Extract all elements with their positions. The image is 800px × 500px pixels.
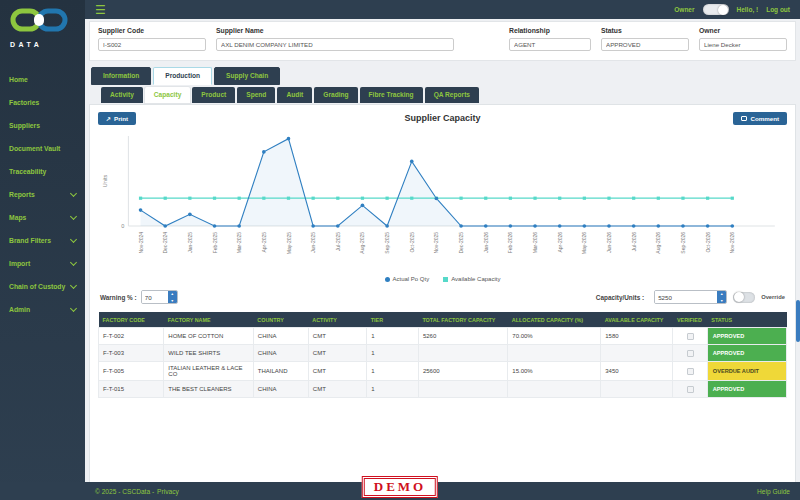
sidebar-item-label: Admin (9, 306, 30, 313)
relationship-label: Relationship (509, 27, 591, 34)
legend-actual-po-qty[interactable]: Actual Po Qty (385, 276, 430, 282)
verified-checkbox[interactable] (687, 350, 694, 357)
capacity-input[interactable] (655, 291, 717, 303)
scrollbar[interactable] (796, 300, 800, 342)
cell-name: HOME OF COTTON (164, 328, 253, 345)
relationship-field[interactable] (509, 38, 591, 51)
capacity-down-icon[interactable]: ▼ (717, 298, 726, 305)
svg-text:Jan-2026: Jan-2026 (483, 232, 489, 253)
subtab-spend[interactable]: Spend (237, 87, 275, 103)
col-header-available-capacity[interactable]: AVAILABLE CAPACITY (601, 312, 673, 328)
subtab-audit[interactable]: Audit (277, 87, 312, 103)
supplier-capacity-chart[interactable]: 0UnitsNov-2024Dec-2024Jan-2025Feb-2025Ma… (98, 130, 787, 276)
supplier-code-label: Supplier Code (98, 27, 206, 34)
supplier-name-field[interactable] (216, 38, 454, 51)
verified-checkbox[interactable] (687, 368, 694, 375)
sidebar-menu: HomeFactoriesSuppliersDocument VaultTrac… (0, 68, 85, 321)
sidebar-item-home[interactable]: Home (0, 68, 85, 91)
svg-text:Feb-2026: Feb-2026 (507, 232, 513, 254)
subtab-capacity[interactable]: Capacity (145, 87, 191, 103)
subtab-activity[interactable]: Activity (101, 87, 143, 103)
help-guide-link[interactable]: Help Guide (757, 488, 790, 495)
table-row[interactable]: F-T-003WILD TEE SHIRTSCHINACMT1APPROVED (99, 345, 787, 362)
logo[interactable]: DATA (0, 0, 85, 52)
col-header-factory-name[interactable]: FACTORY NAME (164, 312, 253, 328)
col-header-country[interactable]: COUNTRY (253, 312, 308, 328)
capacity-controls: Warning % : ▲▼ Capacity/Units : ▲▼ Overr… (100, 290, 785, 304)
col-header-status[interactable]: STATUS (707, 312, 786, 328)
override-toggle[interactable] (733, 292, 755, 303)
subtab-qa-reports[interactable]: QA Reports (425, 87, 479, 103)
svg-text:Feb-2025: Feb-2025 (212, 232, 218, 254)
warning-stepper[interactable]: ▲▼ (141, 290, 178, 304)
sidebar-item-brand-filters[interactable]: Brand Filters (0, 229, 85, 252)
sidebar-item-label: Factories (9, 99, 39, 106)
tab-information[interactable]: Information (91, 67, 151, 85)
subtab-product[interactable]: Product (192, 87, 235, 103)
table-row[interactable]: F-T-002HOME OF COTTONCHINACMT1526070.00%… (99, 328, 787, 345)
sidebar-item-admin[interactable]: Admin (0, 298, 85, 321)
subtab-grading[interactable]: Grading (314, 87, 357, 103)
chevron-down-icon (70, 236, 77, 243)
cell-activity: CMT (308, 381, 366, 398)
svg-text:May-2026: May-2026 (581, 232, 587, 254)
verified-checkbox[interactable] (687, 386, 694, 393)
sidebar-item-document-vault[interactable]: Document Vault (0, 137, 85, 160)
cell-verified (673, 345, 707, 362)
svg-text:Oct-2026: Oct-2026 (705, 232, 711, 253)
capacity-stepper[interactable]: ▲▼ (654, 290, 727, 304)
col-header-allocated-capacity[interactable]: ALLOCATED CAPACITY (%) (508, 312, 601, 328)
sidebar-item-maps[interactable]: Maps (0, 206, 85, 229)
sidebar-item-import[interactable]: Import (0, 252, 85, 275)
cell-code: F-T-003 (99, 345, 164, 362)
table-row[interactable]: F-T-015THE BEST CLEANERSCHINACMT1APPROVE… (99, 381, 787, 398)
square-marker-icon (443, 277, 448, 282)
sidebar-item-reports[interactable]: Reports (0, 183, 85, 206)
warning-input[interactable] (142, 291, 168, 303)
svg-text:Aug-2026: Aug-2026 (655, 232, 661, 254)
status-field[interactable] (601, 38, 689, 51)
chart-legend: Actual Po QtyAvailable Capacity (98, 276, 787, 282)
subtab-fibre-tracking[interactable]: Fibre Tracking (360, 87, 423, 103)
cell-tier: 1 (367, 328, 419, 345)
override-label: Override (761, 294, 785, 300)
cell-country: THAILAND (253, 362, 308, 381)
demo-stamp: DEMO (362, 476, 438, 498)
cell-country: CHINA (253, 345, 308, 362)
topbar: ☰ Owner Hello, ! Log out (85, 0, 800, 19)
svg-text:Jan-2025: Jan-2025 (187, 232, 193, 253)
sidebar-item-suppliers[interactable]: Suppliers (0, 114, 85, 137)
table-row[interactable]: F-T-005ITALIAN LEATHER & LACE COTHAILAND… (99, 362, 787, 381)
legend-available-capacity[interactable]: Available Capacity (443, 276, 500, 282)
chevron-down-icon (70, 305, 77, 312)
sidebar-item-chain-of-custody[interactable]: Chain of Custody (0, 275, 85, 298)
sidebar-item-traceability[interactable]: Traceability (0, 160, 85, 183)
sidebar-item-label: Maps (9, 214, 26, 221)
logout-link[interactable]: Log out (766, 6, 790, 13)
circle-marker-icon (385, 277, 390, 282)
col-header-verified[interactable]: VERIFIED (673, 312, 707, 328)
col-header-factory-code[interactable]: FACTORY CODE (99, 312, 164, 328)
tab-production[interactable]: Production (153, 67, 212, 85)
cell-code: F-T-005 (99, 362, 164, 381)
hamburger-menu-icon[interactable]: ☰ (95, 5, 106, 15)
cell-activity: CMT (308, 328, 366, 345)
sidebar-item-factories[interactable]: Factories (0, 91, 85, 114)
supplier-code-field[interactable] (98, 38, 206, 51)
cell-name: THE BEST CLEANERS (164, 381, 253, 398)
warning-down-icon[interactable]: ▼ (168, 298, 177, 305)
cell-activity: CMT (308, 345, 366, 362)
verified-checkbox[interactable] (687, 333, 694, 340)
col-header-total-factory-capacity[interactable]: TOTAL FACTORY CAPACITY (418, 312, 507, 328)
svg-text:May-2025: May-2025 (285, 232, 291, 254)
col-header-activity[interactable]: ACTIVITY (308, 312, 366, 328)
owner-field[interactable] (699, 38, 787, 51)
cell-available: 1580 (601, 328, 673, 345)
col-header-tier[interactable]: TIER (367, 312, 419, 328)
privacy-link[interactable]: Privacy (157, 488, 179, 495)
cell-total (418, 381, 507, 398)
cell-status: APPROVED (707, 328, 786, 345)
tab-supply-chain[interactable]: Supply Chain (214, 67, 280, 85)
cell-total (418, 345, 507, 362)
owner-toggle[interactable] (703, 4, 729, 15)
